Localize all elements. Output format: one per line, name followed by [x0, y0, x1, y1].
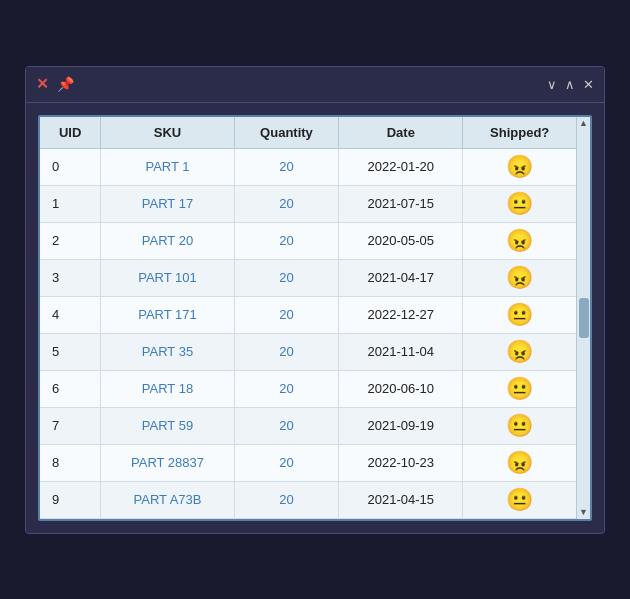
table-body: 0PART 1202022-01-20😠1PART 17202021-07-15… [40, 148, 576, 518]
cell-date: 2021-11-04 [339, 333, 463, 370]
table-row: 9PART A73B202021-04-15😐 [40, 481, 576, 518]
cell-shipped: 😠 [463, 148, 576, 185]
cell-uid: 3 [40, 259, 101, 296]
cell-shipped: 😠 [463, 259, 576, 296]
table-row: 1PART 17202021-07-15😐 [40, 185, 576, 222]
cell-sku[interactable]: PART 28837 [101, 444, 234, 481]
neutral-face-icon: 😐 [506, 302, 533, 327]
table-row: 0PART 1202022-01-20😠 [40, 148, 576, 185]
titlebar-left: ✕ 📌 [36, 75, 74, 93]
cell-date: 2020-05-05 [339, 222, 463, 259]
cell-sku[interactable]: PART 18 [101, 370, 234, 407]
cell-date: 2020-06-10 [339, 370, 463, 407]
cell-date: 2021-07-15 [339, 185, 463, 222]
cell-qty: 20 [234, 481, 339, 518]
cell-date: 2022-12-27 [339, 296, 463, 333]
table-header: UID SKU Quantity Date Shipped? [40, 117, 576, 149]
col-shipped: Shipped? [463, 117, 576, 149]
table-row: 6PART 18202020-06-10😐 [40, 370, 576, 407]
cell-qty: 20 [234, 407, 339, 444]
cell-uid: 4 [40, 296, 101, 333]
neutral-face-icon: 😐 [506, 376, 533, 401]
table-container: UID SKU Quantity Date Shipped? 0PART 120… [38, 115, 592, 521]
data-table: UID SKU Quantity Date Shipped? 0PART 120… [40, 117, 576, 519]
maximize-icon[interactable]: ∧ [565, 77, 575, 92]
cell-uid: 9 [40, 481, 101, 518]
cell-date: 2022-10-23 [339, 444, 463, 481]
table-row: 8PART 28837202022-10-23😠 [40, 444, 576, 481]
cell-qty: 20 [234, 148, 339, 185]
cell-sku[interactable]: PART 17 [101, 185, 234, 222]
cell-qty: 20 [234, 370, 339, 407]
cell-shipped: 😠 [463, 444, 576, 481]
scroll-up-arrow[interactable]: ▲ [579, 119, 588, 128]
cell-qty: 20 [234, 185, 339, 222]
cell-shipped: 😠 [463, 333, 576, 370]
angry-face-icon: 😠 [506, 154, 533, 179]
cell-sku[interactable]: PART 101 [101, 259, 234, 296]
col-sku: SKU [101, 117, 234, 149]
cell-sku[interactable]: PART 20 [101, 222, 234, 259]
neutral-face-icon: 😐 [506, 191, 533, 216]
cell-shipped: 😐 [463, 481, 576, 518]
cell-qty: 20 [234, 296, 339, 333]
cell-uid: 6 [40, 370, 101, 407]
cell-sku[interactable]: PART A73B [101, 481, 234, 518]
cell-sku[interactable]: PART 59 [101, 407, 234, 444]
col-quantity: Quantity [234, 117, 339, 149]
header-row: UID SKU Quantity Date Shipped? [40, 117, 576, 149]
cell-uid: 2 [40, 222, 101, 259]
cell-date: 2021-04-15 [339, 481, 463, 518]
cell-shipped: 😐 [463, 296, 576, 333]
cell-date: 2022-01-20 [339, 148, 463, 185]
cell-uid: 8 [40, 444, 101, 481]
scroll-thumb[interactable] [579, 298, 589, 338]
cell-shipped: 😐 [463, 370, 576, 407]
cell-shipped: 😐 [463, 407, 576, 444]
pin-icon[interactable]: 📌 [57, 76, 74, 92]
cell-qty: 20 [234, 444, 339, 481]
cell-shipped: 😐 [463, 185, 576, 222]
cell-qty: 20 [234, 222, 339, 259]
scrollbar[interactable]: ▲ ▼ [576, 117, 590, 519]
cell-sku[interactable]: PART 35 [101, 333, 234, 370]
table-row: 7PART 59202021-09-19😐 [40, 407, 576, 444]
titlebar: ✕ 📌 ∨ ∧ ✕ [26, 67, 604, 103]
cell-date: 2021-09-19 [339, 407, 463, 444]
window-close-icon[interactable]: ✕ [583, 77, 594, 92]
table-scroll-area: UID SKU Quantity Date Shipped? 0PART 120… [40, 117, 590, 519]
table-row: 3PART 101202021-04-17😠 [40, 259, 576, 296]
cell-uid: 0 [40, 148, 101, 185]
neutral-face-icon: 😐 [506, 487, 533, 512]
cell-qty: 20 [234, 333, 339, 370]
angry-face-icon: 😠 [506, 450, 533, 475]
cell-uid: 5 [40, 333, 101, 370]
col-date: Date [339, 117, 463, 149]
angry-face-icon: 😠 [506, 339, 533, 364]
table-main: UID SKU Quantity Date Shipped? 0PART 120… [40, 117, 576, 519]
cell-sku[interactable]: PART 171 [101, 296, 234, 333]
cell-sku[interactable]: PART 1 [101, 148, 234, 185]
table-row: 4PART 171202022-12-27😐 [40, 296, 576, 333]
minimize-icon[interactable]: ∨ [547, 77, 557, 92]
angry-face-icon: 😠 [506, 265, 533, 290]
app-window: ✕ 📌 ∨ ∧ ✕ UID SKU Quantity Date Shipped [25, 66, 605, 534]
table-row: 2PART 20202020-05-05😠 [40, 222, 576, 259]
cell-shipped: 😠 [463, 222, 576, 259]
neutral-face-icon: 😐 [506, 413, 533, 438]
angry-face-icon: 😠 [506, 228, 533, 253]
table-row: 5PART 35202021-11-04😠 [40, 333, 576, 370]
scroll-down-arrow[interactable]: ▼ [579, 508, 588, 517]
close-icon[interactable]: ✕ [36, 75, 49, 93]
cell-date: 2021-04-17 [339, 259, 463, 296]
cell-qty: 20 [234, 259, 339, 296]
cell-uid: 7 [40, 407, 101, 444]
cell-uid: 1 [40, 185, 101, 222]
col-uid: UID [40, 117, 101, 149]
titlebar-right: ∨ ∧ ✕ [547, 77, 594, 92]
